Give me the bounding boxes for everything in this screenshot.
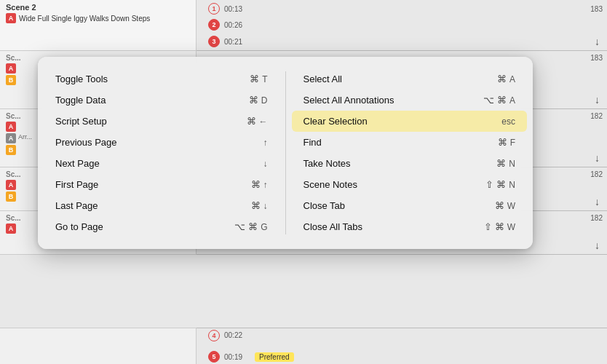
circle-num-3: 3 (208, 36, 220, 47)
top-bar: Scene 2 A Wide Full Single Iggy Walks Do… (0, 0, 197, 51)
right-num-1: 183 (590, 5, 603, 13)
time-1: 00:13 (224, 5, 242, 13)
context-menu: Toggle Tools ⌘ T Toggle Data ⌘ D Script … (38, 57, 533, 249)
time-4: 00:22 (224, 331, 242, 339)
menu-item-scene-notes[interactable]: Scene Notes ⇧ ⌘ N (292, 174, 528, 195)
arrow-2: ↓ (595, 94, 600, 106)
menu-right-column: Select All ⌘ A Select All Annotations ⌥ … (286, 68, 533, 237)
circle-num-4: 4 (208, 330, 220, 341)
arrow-5: ↓ (595, 240, 600, 251)
time-2: 00:26 (224, 21, 242, 29)
time-5: 00:19 (224, 353, 242, 361)
arrow-4: ↓ (595, 196, 600, 207)
time-3: 00:21 (224, 38, 242, 46)
badge-a-mid1: A (6, 63, 16, 74)
menu-item-previous-page[interactable]: Previous Page ↑ (44, 132, 279, 153)
badge-a-mid2: A (6, 122, 16, 132)
menu-item-clear-selection[interactable]: Clear Selection esc (292, 111, 528, 132)
menu-item-next-page[interactable]: Next Page ↓ (44, 153, 279, 174)
menu-item-take-notes[interactable]: Take Notes ⌘ N (292, 153, 528, 174)
right-num-2: 183 (590, 54, 603, 62)
badge-b-mid2: B (6, 145, 16, 155)
circle-num-2: 2 (208, 19, 220, 31)
right-num-5: 182 (590, 214, 603, 222)
menu-item-toggle-tools[interactable]: Toggle Tools ⌘ T (44, 68, 279, 90)
right-num-4: 182 (590, 170, 603, 178)
menu-item-select-all[interactable]: Select All ⌘ A (292, 68, 528, 90)
menu-item-go-to-page[interactable]: Go to Page ⌥ ⌘ G (44, 216, 279, 237)
arrow-3: ↓ (595, 152, 600, 164)
badge-b-mid1: B (6, 75, 16, 85)
badge-a-mid4: A (6, 223, 16, 234)
circle-num-1: 1 (208, 3, 220, 15)
menu-item-close-all-tabs[interactable]: Close All Tabs ⇧ ⌘ W (292, 216, 528, 237)
preferred-badge: Preferred (255, 352, 294, 362)
badge-b-mid3: B (6, 191, 16, 202)
scene-row-text-1: Wide Full Single Iggy Walks Down Steps (19, 15, 150, 23)
menu-item-last-page[interactable]: Last Page ⌘ ↓ (44, 195, 279, 216)
right-num-3: 182 (590, 112, 603, 120)
menu-left-column: Toggle Tools ⌘ T Toggle Data ⌘ D Script … (38, 68, 285, 237)
badge-arr: A (6, 133, 16, 143)
badge-a-mid3: A (6, 180, 16, 190)
menu-item-first-page[interactable]: First Page ⌘ ↑ (44, 174, 279, 195)
menu-item-toggle-data[interactable]: Toggle Data ⌘ D (44, 90, 279, 111)
scene-title: Scene 2 (6, 3, 190, 12)
menu-item-script-setup[interactable]: Script Setup ⌘ ← (44, 111, 279, 132)
menu-item-find[interactable]: Find ⌘ F (292, 132, 528, 153)
circle-num-5: 5 (208, 351, 220, 363)
badge-a-1: A (6, 13, 16, 23)
menu-item-close-tab[interactable]: Close Tab ⌘ W (292, 195, 528, 216)
arrow-down-1: ↓ (595, 36, 600, 47)
menu-item-select-all-annotations[interactable]: Select All Annotations ⌥ ⌘ A (292, 90, 528, 111)
